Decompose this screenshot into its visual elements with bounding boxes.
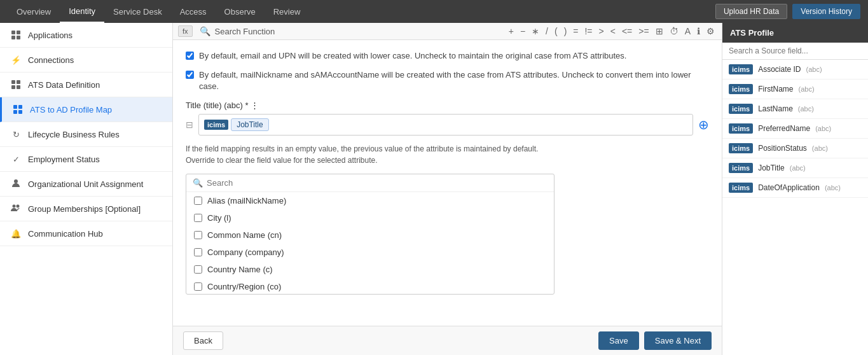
- main-content: fx 🔍 + − ∗ / ( ) = != > < <= >= ⊞ ⏱ A ℹ …: [173, 23, 722, 355]
- sidebar: Applications ⚡ Connections ATS Data Defi…: [0, 23, 173, 355]
- lparen-icon[interactable]: (: [553, 26, 560, 36]
- upload-hr-data-button[interactable]: Upload HR Data: [715, 4, 787, 19]
- rparen-icon[interactable]: ): [562, 26, 569, 36]
- save-next-button[interactable]: Save & Next: [644, 331, 712, 350]
- svg-rect-5: [17, 80, 20, 84]
- sidebar-item-connections[interactable]: ⚡ Connections: [0, 48, 172, 73]
- icims-tag: icims: [729, 183, 753, 193]
- checkbox-common-name[interactable]: [194, 231, 202, 239]
- settings-formula-icon[interactable]: ⚙: [705, 26, 717, 36]
- lte-icon[interactable]: <=: [620, 26, 634, 36]
- sidebar-label-employment-status: Employment Status: [28, 155, 100, 164]
- ats-field-preferredname[interactable]: icims PreferredName (abc): [722, 119, 868, 139]
- list-item[interactable]: Country/Region (co): [186, 278, 554, 294]
- checkbox-lowercase-email[interactable]: [186, 52, 194, 60]
- group-icon: [10, 203, 22, 214]
- equals-icon[interactable]: =: [571, 26, 580, 36]
- ats-field-lastname[interactable]: icims LastName (abc): [722, 99, 868, 119]
- list-item[interactable]: Common Name (cn): [186, 226, 554, 244]
- nav-review[interactable]: Review: [265, 0, 310, 23]
- svg-rect-10: [13, 110, 17, 114]
- list-item[interactable]: Company (company): [186, 244, 554, 261]
- ats-field-associate-id[interactable]: icims Associate ID (abc): [722, 60, 868, 80]
- ats-field-jobtitle[interactable]: icims JobTitle (abc): [722, 158, 868, 178]
- dropdown-list: Alias (mailNickName) City (l) Common Nam…: [186, 192, 554, 294]
- field-chip-jobtitle[interactable]: JobTitle: [231, 118, 269, 131]
- info-text: If the field mapping results in an empty…: [186, 143, 709, 166]
- checkbox-city[interactable]: [194, 214, 202, 222]
- sidebar-item-ats-to-ad[interactable]: ATS to AD Profile Map: [0, 97, 172, 122]
- text-icon[interactable]: A: [683, 26, 692, 36]
- sidebar-item-employment-status[interactable]: ✓ Employment Status: [0, 147, 172, 172]
- plus-icon[interactable]: +: [507, 26, 516, 36]
- sidebar-item-lifecycle[interactable]: ↻ Lifecycle Business Rules: [0, 122, 172, 147]
- list-item[interactable]: City (l): [186, 209, 554, 226]
- checkbox-mailnickname[interactable]: [186, 71, 194, 79]
- neq-icon[interactable]: !=: [582, 26, 594, 36]
- field-options-dots[interactable]: ⋮: [251, 101, 259, 110]
- sidebar-item-applications[interactable]: Applications: [0, 23, 172, 48]
- plug-icon: ⚡: [10, 54, 22, 66]
- checkbox-company[interactable]: [194, 248, 202, 256]
- sidebar-item-ats-data-definition[interactable]: ATS Data Definition: [0, 73, 172, 97]
- ats-field-firstname[interactable]: icims FirstName (abc): [722, 80, 868, 99]
- nav-overview[interactable]: Overview: [8, 0, 60, 23]
- clock-icon[interactable]: ⏱: [668, 26, 680, 36]
- info-icon[interactable]: ℹ: [695, 26, 702, 36]
- ats-field-type: (abc): [806, 66, 822, 73]
- svg-rect-6: [11, 85, 15, 89]
- search-icon: 🔍: [193, 178, 203, 188]
- sidebar-label-communication-hub: Communication Hub: [28, 229, 103, 239]
- icims-tag: icims: [729, 123, 753, 134]
- checkbox-country-name[interactable]: [194, 265, 202, 274]
- checkbox-label-1: By default, email and UPN will be create…: [199, 50, 626, 62]
- list-item[interactable]: Country Name (c): [186, 261, 554, 278]
- svg-rect-2: [11, 36, 15, 39]
- checkbox-alias[interactable]: [194, 197, 202, 205]
- nav-access[interactable]: Access: [171, 0, 216, 23]
- ats-field-positionstatus[interactable]: icims PositionStatus (abc): [722, 139, 868, 158]
- checkbox-country-region[interactable]: [194, 282, 202, 291]
- nav-observe[interactable]: Observe: [216, 0, 265, 23]
- sidebar-item-group-memberships[interactable]: Group Memberships [Optional]: [0, 197, 172, 221]
- sidebar-label-ats-data-definition: ATS Data Definition: [28, 80, 100, 90]
- sidebar-label-org-unit: Organizational Unit Assignment: [28, 179, 143, 189]
- back-button[interactable]: Back: [183, 331, 223, 350]
- ats-field-dateofapplication[interactable]: icims DateOfApplication (abc): [722, 178, 868, 198]
- slash-icon[interactable]: /: [544, 26, 550, 36]
- field-label-title: Title (title) (abc) * ⋮: [186, 101, 709, 110]
- list-item[interactable]: Alias (mailNickName): [186, 192, 554, 209]
- nav-service-desk[interactable]: Service Desk: [104, 0, 171, 23]
- dropdown-item-label: Alias (mailNickName): [207, 196, 286, 205]
- dropdown-item-label: Country/Region (co): [207, 282, 281, 291]
- field-label-text: Title (title) (abc) *: [186, 101, 248, 110]
- save-button[interactable]: Save: [598, 331, 639, 350]
- dropdown-search-input[interactable]: [207, 178, 548, 188]
- table-icon[interactable]: ⊟: [186, 120, 193, 130]
- ats-search-input[interactable]: [722, 43, 868, 60]
- dropdown-container: 🔍 Alias (mailNickName) City (l) Common N: [186, 174, 555, 295]
- dropdown-item-label: Company (company): [207, 247, 284, 257]
- sidebar-item-org-unit[interactable]: Organizational Unit Assignment: [0, 172, 172, 197]
- lifecycle-icon: ↻: [10, 129, 22, 140]
- grid-formula-icon[interactable]: ⊞: [654, 26, 665, 36]
- gt-icon[interactable]: >: [597, 26, 606, 36]
- formula-input[interactable]: [215, 27, 504, 36]
- version-history-button[interactable]: Version History: [792, 4, 860, 19]
- field-mapping-row: ⊟ icims JobTitle ⊕: [186, 114, 709, 136]
- sidebar-label-group-memberships: Group Memberships [Optional]: [28, 204, 141, 214]
- asterisk-icon[interactable]: ∗: [530, 26, 541, 36]
- lt-icon[interactable]: <: [609, 26, 617, 36]
- gte-icon[interactable]: >=: [637, 26, 651, 36]
- minus-icon[interactable]: −: [518, 26, 527, 36]
- nav-identity[interactable]: Identity: [60, 0, 104, 23]
- ats-field-name: LastName: [758, 104, 793, 113]
- add-field-button[interactable]: ⊕: [698, 118, 709, 131]
- search-formula-icon[interactable]: 🔍: [198, 26, 212, 36]
- org-icon: [10, 178, 22, 190]
- checkbox-row-1: By default, email and UPN will be create…: [186, 50, 709, 62]
- grid-icon: [10, 29, 22, 41]
- sidebar-item-communication-hub[interactable]: 🔔 Communication Hub: [0, 221, 172, 246]
- ats-field-type: (abc): [798, 105, 814, 113]
- mapping-box[interactable]: icims JobTitle: [198, 114, 693, 136]
